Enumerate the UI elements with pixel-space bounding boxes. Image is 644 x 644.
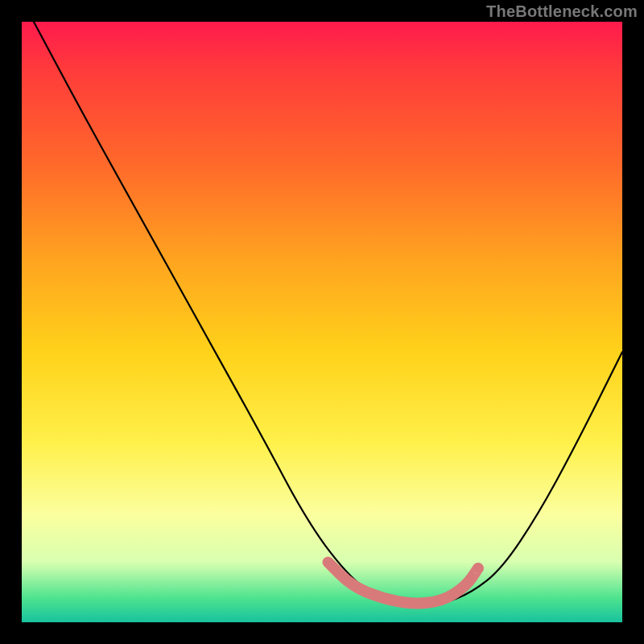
watermark-text: TheBottleneck.com bbox=[486, 2, 638, 21]
plot-gradient-area bbox=[22, 22, 622, 622]
chart-canvas: TheBottleneck.com bbox=[0, 0, 644, 644]
